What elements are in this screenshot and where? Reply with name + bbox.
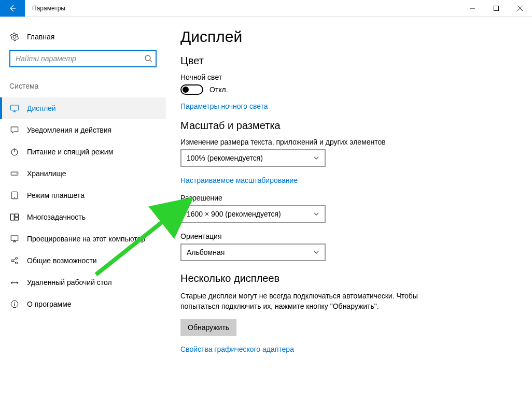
sidebar-item-label: Дисплей — [27, 104, 56, 112]
resolution-select[interactable]: 1600 × 900 (рекомендуется) — [180, 205, 326, 223]
page-title: Дисплей — [180, 28, 517, 46]
sidebar-item-projecting[interactable]: Проецирование на этот компьютер — [0, 228, 166, 250]
sidebar-item-label: Проецирование на этот компьютер — [27, 235, 145, 243]
resolution-label: Разрешение — [180, 194, 517, 202]
svg-point-27 — [14, 302, 15, 303]
sidebar-item-label: Удаленный рабочий стол — [27, 278, 112, 287]
power-icon — [9, 147, 20, 156]
svg-point-14 — [14, 197, 15, 198]
color-heading: Цвет — [180, 55, 517, 67]
svg-rect-16 — [15, 214, 19, 217]
svg-line-5 — [150, 60, 152, 62]
chevron-down-icon — [313, 249, 319, 255]
multitask-icon — [9, 212, 20, 222]
select-value: 100% (рекомендуется) — [187, 154, 263, 162]
sidebar-item-shared[interactable]: Общие возможности — [0, 250, 166, 271]
chevron-down-icon — [313, 155, 319, 161]
night-light-toggle[interactable] — [180, 84, 203, 95]
svg-line-22 — [13, 259, 16, 260]
select-value: Альбомная — [187, 248, 225, 256]
scale-heading: Масштаб и разметка — [180, 120, 517, 132]
back-button[interactable] — [0, 0, 25, 17]
select-value: 1600 × 900 (рекомендуется) — [187, 210, 281, 218]
sidebar-item-remote[interactable]: Удаленный рабочий стол — [0, 271, 166, 293]
search-wrap — [9, 50, 157, 67]
sidebar: Главная Система Дисплей Уведомления и де… — [0, 17, 166, 415]
close-button[interactable] — [508, 0, 532, 17]
night-light-label: Ночной свет — [180, 73, 517, 81]
scale-label: Изменение размера текста, приложений и д… — [180, 138, 517, 146]
arrow-left-icon — [8, 4, 17, 12]
maximize-icon — [494, 6, 499, 11]
maximize-button[interactable] — [484, 0, 508, 17]
sidebar-item-tablet[interactable]: Режим планшета — [0, 184, 166, 206]
svg-point-20 — [16, 257, 18, 260]
adapter-properties-link[interactable]: Свойства графического адаптера — [180, 345, 294, 353]
sidebar-item-label: Питание и спящий режим — [27, 148, 113, 156]
sidebar-item-power[interactable]: Питание и спящий режим — [0, 141, 166, 163]
home-button[interactable]: Главная — [0, 29, 166, 50]
home-label: Главная — [27, 33, 54, 41]
sidebar-item-display[interactable]: Дисплей — [0, 97, 166, 119]
svg-point-19 — [11, 260, 13, 262]
close-icon — [517, 6, 523, 11]
sidebar-item-about[interactable]: О программе — [0, 293, 166, 315]
sidebar-item-label: Многозадачность — [27, 213, 86, 221]
multi-heading: Несколько дисплеев — [180, 273, 517, 284]
sidebar-item-label: Режим планшета — [27, 191, 85, 199]
svg-line-23 — [13, 261, 16, 263]
tablet-icon — [9, 191, 20, 200]
svg-rect-17 — [15, 218, 19, 220]
svg-rect-6 — [11, 105, 19, 110]
main-panel: Дисплей Цвет Ночной свет Откл. Параметры… — [166, 17, 532, 415]
sidebar-item-storage[interactable]: Хранилище — [0, 163, 166, 184]
sidebar-item-label: Уведомления и действия — [27, 126, 111, 134]
night-light-settings-link[interactable]: Параметры ночного света — [180, 102, 268, 110]
share-icon — [9, 256, 20, 265]
toggle-state-label: Откл. — [209, 85, 228, 94]
remote-icon — [9, 278, 20, 287]
search-icon — [144, 50, 152, 67]
comment-icon — [9, 125, 20, 135]
gear-icon — [9, 32, 20, 41]
multi-body: Старые дисплеи могут не всегда подключат… — [180, 291, 450, 312]
sidebar-item-label: Общие возможности — [27, 256, 97, 265]
chevron-down-icon — [313, 211, 319, 217]
sidebar-item-notifications[interactable]: Уведомления и действия — [0, 119, 166, 141]
titlebar: Параметры — [0, 0, 532, 17]
orientation-label: Ориентация — [180, 232, 517, 240]
scale-select[interactable]: 100% (рекомендуется) — [180, 149, 326, 167]
storage-icon — [9, 169, 20, 178]
window-title: Параметры — [25, 5, 65, 12]
monitor-icon — [9, 104, 20, 113]
svg-rect-15 — [11, 214, 15, 220]
search-input[interactable] — [9, 50, 157, 67]
sidebar-item-label: О программе — [27, 300, 72, 308]
night-light-toggle-row: Откл. — [180, 84, 517, 95]
window-controls — [460, 0, 532, 17]
info-icon — [9, 299, 20, 309]
sidebar-item-multitasking[interactable]: Многозадачность — [0, 206, 166, 228]
svg-rect-1 — [494, 6, 499, 10]
minimize-button[interactable] — [460, 0, 484, 17]
svg-point-4 — [145, 55, 150, 61]
project-icon — [9, 234, 20, 244]
section-heading: Система — [0, 79, 166, 97]
svg-rect-18 — [11, 236, 18, 240]
svg-point-21 — [16, 262, 18, 264]
detect-button[interactable]: Обнаружить — [180, 319, 236, 336]
custom-scaling-link[interactable]: Настраиваемое масштабирование — [180, 176, 298, 184]
sidebar-item-label: Хранилище — [27, 169, 66, 178]
minimize-icon — [470, 6, 475, 11]
svg-point-12 — [17, 173, 18, 174]
orientation-select[interactable]: Альбомная — [180, 244, 326, 261]
